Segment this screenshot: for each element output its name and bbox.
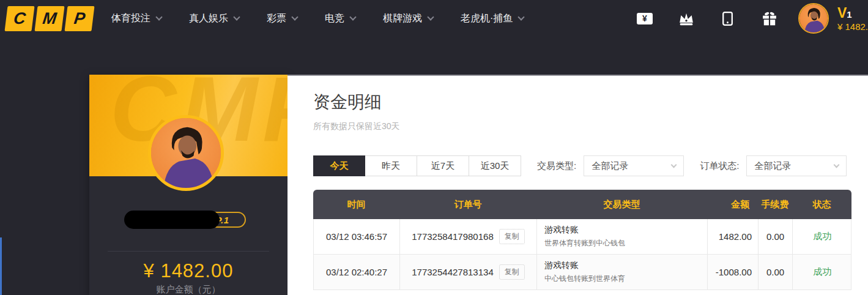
tab-today[interactable]: 今天 (313, 155, 365, 176)
chevron-down-icon (155, 13, 162, 20)
transaction-detail: 中心钱包转账到世界体育 (544, 274, 625, 284)
nav-item-slots-fishing[interactable]: 老虎机·捕鱼 (461, 12, 524, 25)
logo-letter-m: M (34, 6, 64, 31)
cell-status: 成功 (793, 255, 852, 289)
cell-order: 1773258417980168 复制 (400, 219, 537, 254)
nav-item-live-casino[interactable]: 真人娱乐 (189, 12, 239, 25)
table-row: 03/12 03:46:57 1773258417980168 复制 游戏转账 … (313, 219, 851, 255)
order-number: 1773254427813134 (412, 267, 493, 277)
chevron-down-icon (834, 162, 840, 168)
col-fee: 手续费 (758, 199, 792, 211)
header-balance: ¥ 1482. (837, 21, 868, 32)
col-time: 时间 (313, 199, 399, 211)
profile-avatar[interactable] (148, 115, 224, 191)
background-edge-sliver (0, 237, 2, 295)
nav-item-lottery[interactable]: 彩票 (267, 12, 297, 25)
chevron-down-icon (349, 13, 356, 20)
transaction-type: 游戏转账 (544, 225, 579, 236)
cell-time: 03/12 02:40:27 (314, 255, 400, 289)
copy-button[interactable]: 复制 (499, 229, 525, 244)
main-nav: 体育投注 真人娱乐 彩票 电竞 棋牌游戏 老虎机·捕鱼 (111, 12, 524, 25)
cell-fee: 0.00 (759, 219, 793, 254)
account-balance: ¥ 1482.00 (89, 260, 287, 282)
nav-item-label: 体育投注 (111, 12, 150, 25)
transactions-table: 时间 订单号 交易类型 金额 手续费 状态 03/12 03:46:57 177… (313, 190, 851, 290)
tab-yesterday[interactable]: 昨天 (365, 155, 417, 176)
header-right: ¥ (637, 3, 868, 34)
nav-item-label: 老虎机·捕鱼 (461, 12, 513, 25)
col-status: 状态 (792, 199, 851, 211)
tab-last-7-days[interactable]: 近7天 (417, 155, 469, 176)
nav-item-esports[interactable]: 电竞 (325, 12, 355, 25)
username-redaction-bar (124, 211, 220, 229)
col-amount: 金额 (707, 199, 758, 211)
order-status-select[interactable]: 全部记录 (746, 155, 847, 176)
chevron-down-icon (427, 13, 434, 20)
mobile-icon-svg (720, 11, 735, 26)
cell-amount: -1008.00 (708, 255, 759, 289)
username-row: VIP.1 (89, 211, 287, 230)
table-row: 03/12 02:40:27 1773254427813134 复制 游戏转账 … (313, 255, 851, 290)
order-status-label: 订单状态: (700, 160, 739, 172)
nav-item-label: 棋牌游戏 (383, 12, 422, 25)
cell-type: 游戏转账 中心钱包转账到世界体育 (537, 255, 708, 289)
logo-letter-c: C (4, 6, 34, 31)
col-transaction-type: 交易类型 (536, 199, 707, 211)
nav-item-sports[interactable]: 体育投注 (111, 12, 161, 25)
cell-type: 游戏转账 世界体育转账到中心钱包 (537, 219, 708, 254)
cmp-logo[interactable]: C M P (4, 6, 94, 31)
mobile-icon[interactable] (720, 10, 736, 26)
chevron-down-icon (233, 13, 240, 20)
nav-item-label: 真人娱乐 (189, 12, 228, 25)
table-header: 时间 订单号 交易类型 金额 手续费 状态 (313, 190, 851, 219)
transaction-detail: 世界体育转账到中心钱包 (544, 238, 625, 248)
order-status-value: 全部记录 (754, 160, 791, 172)
sidebar-divider (108, 251, 269, 252)
page-subtitle: 所有数据只保留近30天 (313, 121, 868, 132)
logo-letter-p: P (64, 6, 94, 31)
transaction-type-value: 全部记录 (592, 160, 628, 172)
crown-icon-svg (678, 10, 694, 27)
cell-amount: 1482.00 (708, 219, 759, 254)
order-number: 1773258417980168 (412, 231, 493, 242)
gift-icon-svg (762, 10, 777, 27)
nav-item-label: 电竞 (325, 12, 344, 25)
chevron-down-icon (518, 13, 525, 20)
crown-icon[interactable] (678, 10, 694, 26)
cell-fee: 0.00 (759, 255, 793, 289)
chevron-down-icon (671, 162, 677, 168)
nav-item-board-games[interactable]: 棋牌游戏 (383, 12, 433, 25)
cell-order: 1773254427813134 复制 (400, 255, 537, 289)
tab-last-30-days[interactable]: 近30天 (469, 155, 521, 176)
player-photo (799, 4, 828, 32)
page-title: 资金明细 (313, 91, 868, 114)
user-avatar[interactable] (798, 3, 829, 34)
coupon-glyph: ¥ (642, 13, 647, 23)
navbar: C M P 体育投注 真人娱乐 彩票 电竞 棋牌游戏 (0, 0, 868, 37)
transaction-type-label: 交易类型: (537, 160, 576, 172)
chevron-down-icon (291, 13, 298, 20)
left-background-strip (0, 75, 89, 295)
cell-status: 成功 (793, 219, 852, 254)
account-balance-label: 账户金额（元） (89, 284, 287, 295)
col-order-number: 订单号 (399, 199, 536, 211)
profile-sidebar: CMP VIP.1 ¥ 1482.00 账户金额（元） (89, 75, 287, 295)
gift-icon[interactable] (762, 10, 777, 26)
coupon-icon[interactable]: ¥ (637, 10, 653, 26)
transaction-type: 游戏转账 (544, 260, 579, 271)
date-range-tabs: 今天 昨天 近7天 近30天 (313, 155, 521, 176)
transaction-type-select[interactable]: 全部记录 (584, 155, 684, 176)
vip-level-number: 1 (847, 9, 851, 20)
player-photo (151, 118, 221, 188)
page: C M P 体育投注 真人娱乐 彩票 电竞 棋牌游戏 (0, 0, 868, 295)
nav-item-label: 彩票 (267, 12, 286, 25)
cell-time: 03/12 03:46:57 (314, 219, 400, 254)
copy-button[interactable]: 复制 (499, 264, 525, 280)
main-content: 资金明细 所有数据只保留近30天 今天 昨天 近7天 近30天 交易类型: 全部… (287, 75, 868, 295)
vip-info[interactable]: V1 ¥ 1482. (837, 5, 868, 32)
filter-toolbar: 今天 昨天 近7天 近30天 交易类型: 全部记录 订单状态: 全部记录 (313, 155, 868, 176)
vip-level-v: V (837, 5, 847, 21)
